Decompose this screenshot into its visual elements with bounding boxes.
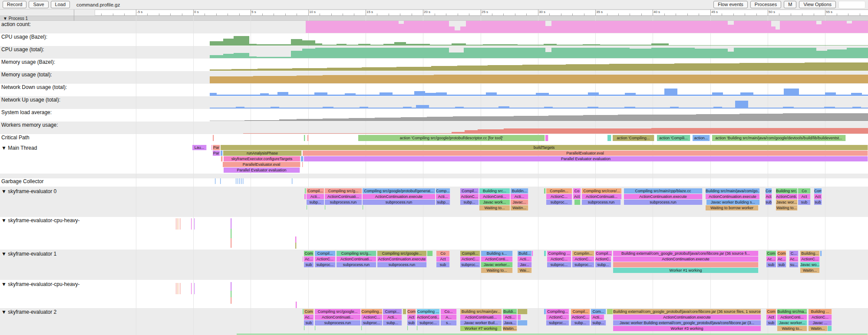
trace-span[interactable]: Compil... (595, 251, 612, 256)
trace-span[interactable]: Com (766, 188, 772, 194)
counter-bar-cpu-usage-bazel[interactable] (651, 43, 669, 46)
counter-bar-cpu-usage-bazel[interactable] (518, 45, 544, 46)
trace-span[interactable]: Compi... (383, 309, 402, 314)
trace-span[interactable]: subp... (591, 320, 606, 325)
counter-bar-cpu-usage-bazel[interactable] (394, 42, 406, 46)
counter-bar-cpu-usage-total[interactable] (464, 48, 545, 58)
counter-bar-system-load[interactable] (323, 118, 349, 121)
trace-span[interactable]: ActionC... (315, 256, 336, 262)
trace-span[interactable]: Co (573, 188, 581, 194)
counter-bar-network-up[interactable] (323, 107, 333, 108)
trace-span[interactable]: Waiting to... (777, 326, 807, 331)
trace-span[interactable] (194, 283, 195, 294)
counter-bar-cpu-usage-bazel[interactable] (358, 44, 370, 46)
trace-span[interactable]: subprocess.run (582, 200, 621, 205)
counter-bar-cpu-usage-total[interactable] (302, 49, 315, 58)
counter-bar-network-down[interactable] (217, 95, 260, 96)
trace-span[interactable]: Com (766, 251, 776, 256)
counter-bar-cpu-usage-bazel[interactable] (452, 43, 466, 46)
counter-bar-cpu-usage-bazel[interactable] (600, 45, 651, 46)
counter-bar-system-load[interactable] (479, 116, 514, 121)
counter-bar-network-down[interactable] (851, 93, 862, 96)
trace-span[interactable]: Parallel Evaluator evaluation (304, 156, 868, 161)
counter-bar-system-load[interactable] (696, 114, 739, 121)
trace-span[interactable] (231, 291, 232, 297)
trace-span[interactable] (363, 205, 363, 210)
counter-bar-system-load[interactable] (514, 116, 548, 121)
trace-span[interactable]: Compilin... (572, 251, 594, 256)
trace-span[interactable]: sub (777, 262, 786, 267)
trace-span[interactable] (518, 320, 528, 325)
trace-span[interactable]: ActionContinuation.execute (613, 256, 759, 262)
trace-span[interactable] (180, 283, 181, 294)
trace-span[interactable]: Compiling src/main/cpp/blaze.cc (624, 188, 703, 194)
trace-span[interactable]: subp... (383, 320, 402, 325)
trace-span[interactable]: Compiling src/core/... (582, 188, 622, 194)
trace-span[interactable]: ActionConti... (479, 194, 510, 199)
trace-span[interactable]: subprocess.run (325, 200, 362, 205)
counter-bar-memory-usage-total[interactable] (434, 75, 651, 83)
counter-bar-cpu-usage-bazel[interactable] (302, 40, 315, 46)
trace-span[interactable]: Compiling... (361, 309, 383, 314)
trace-span[interactable]: Acti... (503, 315, 517, 320)
trace-span[interactable] (243, 178, 244, 184)
counter-bar-network-down[interactable] (536, 93, 549, 96)
trace-span[interactable]: subproc... (315, 262, 336, 267)
counter-bar-memory-usage-bazel[interactable] (231, 69, 257, 71)
counter-bar-network-up[interactable] (598, 108, 624, 108)
counter-bar-network-down[interactable] (599, 95, 625, 96)
trace-span[interactable]: ActionContinuation.execute (613, 315, 761, 320)
trace-span[interactable]: Building src... (479, 188, 510, 194)
counter-bar-cpu-usage-total[interactable] (223, 54, 234, 58)
trace-span[interactable]: action 'Building src/main/java/com/googl… (712, 135, 846, 141)
counter-bar-network-up[interactable] (360, 107, 368, 108)
counter-bar-cpu-usage-bazel[interactable] (315, 43, 322, 46)
trace-span[interactable] (292, 178, 293, 184)
trace-span[interactable]: runAnalysisPhase (223, 151, 302, 156)
counter-bar-action-count[interactable] (771, 26, 776, 33)
trace-span[interactable]: C... (789, 251, 799, 256)
trace-span[interactable]: ActionConti... (776, 194, 798, 199)
trace-span[interactable]: Com (777, 251, 786, 256)
counter-bar-network-down[interactable] (356, 95, 380, 96)
counter-bar-cpu-usage-bazel[interactable] (756, 45, 868, 46)
counter-bar-cpu-usage-bazel[interactable] (322, 45, 337, 46)
counter-bar-network-down[interactable] (862, 95, 868, 96)
counter-bar-memory-usage-bazel[interactable] (805, 62, 868, 71)
counter-bar-network-down[interactable] (380, 92, 393, 96)
counter-bar-system-load[interactable] (427, 117, 453, 121)
counter-bar-workers-memory[interactable] (504, 128, 651, 134)
trace-span[interactable]: ActionContinuation.execute (624, 194, 703, 199)
trace-span[interactable]: sub (798, 200, 811, 205)
counter-bar-network-up[interactable] (464, 108, 498, 108)
trace-span[interactable]: sub (766, 320, 776, 325)
trace-span[interactable]: ActionC... (800, 256, 820, 262)
counter-bar-network-up[interactable] (403, 107, 412, 108)
trace-span[interactable] (304, 135, 305, 141)
counter-bar-network-up[interactable] (498, 106, 509, 108)
trace-span[interactable]: Lau... (192, 145, 207, 150)
trace-span[interactable]: Compil... (315, 251, 336, 256)
trace-span[interactable]: subproc... (361, 320, 383, 325)
counter-bar-memory-usage-bazel[interactable] (609, 64, 674, 71)
counter-bar-system-load[interactable] (653, 115, 696, 121)
trace-span[interactable]: Compiling src/g... (337, 251, 376, 256)
view-options-button[interactable]: View Options (799, 1, 836, 8)
trace-span[interactable]: action 'Compili... (657, 135, 690, 141)
row-label[interactable]: ▼ skyframe-evaluator 2 (1, 309, 56, 315)
counter-bar-action-count[interactable] (466, 21, 545, 33)
counter-bar-action-count[interactable] (734, 21, 771, 33)
trace-span[interactable] (231, 297, 232, 304)
trace-span[interactable]: Worker #7 working (460, 326, 502, 331)
trace-span[interactable]: Act (766, 194, 772, 199)
trace-span[interactable]: ActionContinuati... (460, 315, 502, 320)
counter-bar-action-count[interactable] (816, 24, 822, 33)
trace-span[interactable]: Building src/ma... (777, 309, 807, 314)
trace-span[interactable] (211, 145, 212, 150)
counter-bar-network-up[interactable] (455, 107, 464, 108)
trace-span[interactable]: Waitin... (503, 326, 517, 331)
trace-span[interactable] (545, 135, 548, 141)
counter-bar-action-count[interactable] (306, 21, 399, 33)
counter-bar-network-down[interactable] (723, 95, 740, 96)
counter-bar-network-up[interactable] (544, 107, 553, 108)
